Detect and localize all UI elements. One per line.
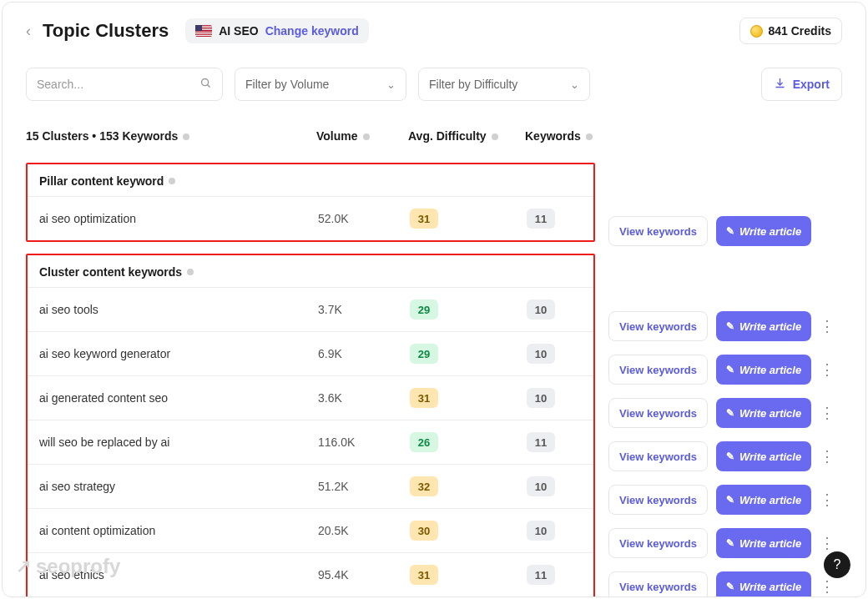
- search-input[interactable]: [37, 78, 199, 91]
- volume-cell: 3.7K: [318, 303, 410, 316]
- filter-volume-label: Filter by Volume: [245, 78, 329, 91]
- svg-point-0: [202, 79, 209, 86]
- svg-line-1: [208, 85, 210, 88]
- write-article-button[interactable]: ✎Write article: [716, 441, 811, 471]
- keyword-cell: ai seo keyword generator: [39, 347, 318, 360]
- volume-cell: 52.0K: [318, 212, 410, 225]
- keywords-count-badge: 11: [527, 432, 555, 452]
- write-article-button[interactable]: ✎Write article: [716, 311, 811, 341]
- keyword-pill: AI SEO Change keyword: [185, 18, 369, 43]
- info-icon: [183, 133, 189, 140]
- table-row: ai seo ethics95.4K3111: [28, 553, 593, 596]
- pillar-section-title: Pillar content keyword: [28, 164, 593, 197]
- table-row: ai seo keyword generator6.9K2910: [28, 332, 593, 376]
- search-input-wrapper[interactable]: [26, 68, 223, 101]
- difficulty-badge: 29: [410, 300, 438, 320]
- info-icon: [492, 133, 498, 140]
- back-chevron-icon[interactable]: ‹: [26, 23, 31, 40]
- view-keywords-button[interactable]: View keywords: [608, 571, 708, 597]
- difficulty-cell: 26: [410, 432, 527, 452]
- difficulty-badge: 31: [410, 565, 438, 585]
- action-row: View keywords✎Write article⋮: [608, 348, 849, 391]
- keywords-count-cell: 10: [527, 344, 582, 364]
- keywords-count-badge: 11: [527, 209, 555, 229]
- kebab-menu-icon[interactable]: ⋮: [820, 317, 831, 335]
- volume-cell: 20.5K: [318, 524, 410, 537]
- keywords-count-cell: 10: [527, 476, 582, 496]
- filter-volume[interactable]: Filter by Volume ⌄: [235, 68, 406, 101]
- pencil-icon: ✎: [726, 494, 734, 506]
- action-row: View keywords✎Write article⋮: [608, 391, 849, 435]
- write-article-button[interactable]: ✎Write article: [716, 485, 811, 515]
- difficulty-cell: 31: [410, 388, 527, 408]
- write-article-button[interactable]: ✎Write article: [716, 355, 811, 385]
- keyword-cell: will seo be replaced by ai: [39, 435, 318, 449]
- search-icon: [199, 77, 212, 92]
- export-button[interactable]: Export: [761, 68, 842, 101]
- difficulty-cell: 30: [410, 521, 527, 541]
- difficulty-cell: 29: [410, 344, 527, 364]
- filter-difficulty[interactable]: Filter by Difficulty ⌄: [418, 68, 590, 101]
- keywords-count-cell: 11: [527, 565, 582, 585]
- pencil-icon: ✎: [726, 407, 734, 419]
- pencil-icon: ✎: [726, 451, 734, 462]
- volume-cell: 116.0K: [318, 435, 410, 449]
- column-keywords: Keywords: [525, 129, 610, 143]
- action-row: View keywords✎Write article⋮: [608, 478, 849, 521]
- info-icon: [586, 133, 593, 140]
- keyword-cell: ai generated content seo: [39, 391, 318, 405]
- kebab-menu-icon[interactable]: ⋮: [820, 360, 831, 379]
- difficulty-badge: 31: [410, 388, 438, 408]
- action-row: View keywords✎Write article⋮: [608, 565, 849, 597]
- pencil-icon: ✎: [726, 225, 734, 237]
- difficulty-badge: 29: [410, 344, 438, 364]
- view-keywords-button[interactable]: View keywords: [608, 485, 708, 515]
- filter-difficulty-label: Filter by Difficulty: [429, 78, 517, 91]
- keywords-count-cell: 10: [527, 521, 582, 541]
- view-keywords-button[interactable]: View keywords: [608, 216, 708, 246]
- table-row: will seo be replaced by ai116.0K2611: [28, 420, 593, 465]
- write-article-button[interactable]: ✎Write article: [716, 216, 811, 246]
- difficulty-badge: 32: [410, 476, 438, 496]
- kebab-menu-icon[interactable]: ⋮: [820, 491, 831, 509]
- keyword-cell: ai seo tools: [39, 303, 318, 316]
- current-keyword: AI SEO: [219, 24, 258, 38]
- pencil-icon: ✎: [726, 320, 734, 332]
- action-row: View keywords✎Write article⋮: [608, 435, 849, 478]
- write-article-button[interactable]: ✎Write article: [716, 398, 811, 428]
- download-icon: [774, 77, 786, 92]
- table-row: ai seo tools3.7K2910: [28, 288, 593, 332]
- help-fab[interactable]: ?: [824, 551, 850, 578]
- table-row: ai seo strategy51.2K3210: [28, 465, 593, 509]
- change-keyword-link[interactable]: Change keyword: [265, 24, 359, 38]
- keywords-count-badge: 10: [527, 300, 555, 320]
- difficulty-badge: 31: [410, 209, 438, 229]
- keyword-cell: ai content optimization: [39, 524, 318, 537]
- keywords-count-badge: 10: [527, 388, 555, 408]
- difficulty-cell: 32: [410, 476, 527, 496]
- action-row: View keywords✎Write article⋮: [608, 521, 849, 565]
- keywords-count-cell: 11: [527, 209, 582, 229]
- volume-cell: 51.2K: [318, 480, 410, 493]
- volume-cell: 6.9K: [318, 347, 410, 360]
- keyword-cell: ai seo strategy: [39, 480, 318, 493]
- kebab-menu-icon[interactable]: ⋮: [820, 447, 831, 466]
- column-volume: Volume: [316, 129, 408, 143]
- kebab-menu-icon[interactable]: ⋮: [820, 404, 831, 422]
- difficulty-badge: 30: [410, 521, 438, 541]
- view-keywords-button[interactable]: View keywords: [608, 398, 708, 428]
- write-article-button[interactable]: ✎Write article: [716, 571, 811, 597]
- pillar-highlight: Pillar content keyword ai seo optimizati…: [26, 163, 595, 242]
- kebab-menu-icon[interactable]: ⋮: [820, 577, 831, 596]
- table-row: ai seo optimization 52.0K 31 11: [28, 197, 593, 240]
- pencil-icon: ✎: [726, 364, 734, 375]
- view-keywords-button[interactable]: View keywords: [608, 311, 708, 341]
- coin-icon: [750, 25, 763, 38]
- difficulty-badge: 26: [410, 432, 438, 452]
- kebab-menu-icon[interactable]: ⋮: [820, 534, 831, 552]
- view-keywords-button[interactable]: View keywords: [608, 355, 708, 385]
- column-summary: 15 Clusters • 153 Keywords: [26, 129, 316, 143]
- write-article-button[interactable]: ✎Write article: [716, 528, 811, 558]
- view-keywords-button[interactable]: View keywords: [608, 528, 708, 558]
- view-keywords-button[interactable]: View keywords: [608, 441, 708, 471]
